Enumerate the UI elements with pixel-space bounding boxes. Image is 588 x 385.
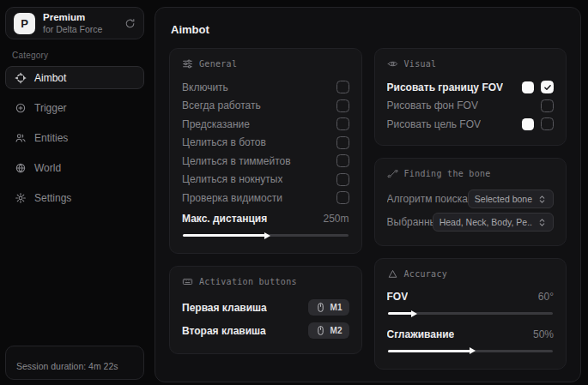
sidebar-item-label: Aimbot	[34, 72, 66, 84]
checkbox[interactable]	[336, 191, 349, 204]
keybind-value: M2	[330, 326, 342, 335]
mouse-icon	[315, 302, 326, 313]
color-swatch[interactable]	[522, 118, 534, 130]
sliders-icon	[182, 58, 193, 69]
sidebar-item-label: World	[34, 162, 61, 174]
sidebar-item-aimbot[interactable]: Aimbot	[5, 66, 144, 89]
general-panel: General Включить Всегда работать Предска…	[169, 48, 362, 254]
users-icon	[15, 132, 27, 144]
keybind-label: Первая клавиша	[182, 302, 267, 314]
keybind-value: M1	[330, 303, 342, 312]
smoothing-slider[interactable]	[388, 350, 554, 352]
mouse-icon	[315, 325, 326, 336]
checkbox[interactable]	[336, 154, 349, 167]
dropdown-row: Выбранные кос Head, Neck, Body, Pe..	[387, 211, 555, 234]
checkbox[interactable]	[541, 117, 554, 130]
sidebar-item-settings[interactable]: Settings	[5, 186, 144, 209]
switch-delay-panel: Switch Delay Задержка переключения Задер…	[374, 382, 567, 383]
trigger-icon	[15, 102, 27, 114]
selected-bones-dropdown[interactable]: Head, Neck, Body, Pe..	[433, 213, 554, 232]
slider-row: FOV 60°	[387, 288, 555, 307]
bone-algorithm-dropdown[interactable]: Selected bone	[468, 189, 554, 208]
slider-row: Сглаживание 50%	[387, 325, 555, 344]
session-card: Session duration: 4m 22s	[5, 346, 144, 380]
checkbox[interactable]	[541, 99, 554, 112]
keybind-row: Первая клавиша M1	[182, 296, 349, 319]
slider-fill[interactable]	[388, 350, 470, 352]
slider-value: 60°	[538, 291, 554, 303]
chevron-updown-icon	[537, 195, 547, 204]
slider-row: Макс. дистанция 250m	[182, 210, 349, 229]
option-label: Предсказание	[182, 118, 250, 130]
sidebar: P Premium for Delta Force Category Aimbo…	[0, 0, 149, 385]
left-column: General Включить Всегда работать Предска…	[169, 48, 362, 382]
max-distance-slider[interactable]	[183, 234, 349, 237]
checkbox-row: Предсказание	[182, 115, 349, 134]
option-label: Всегда работать	[182, 99, 261, 111]
controls	[522, 81, 554, 93]
crosshair-icon	[15, 72, 27, 84]
keyboard-icon	[182, 276, 193, 287]
slider-value: 250m	[323, 213, 349, 225]
accuracy-panel: Accuracy FOV 60° Сглаживание 50%	[374, 258, 567, 370]
sidebar-item-label: Settings	[34, 192, 71, 204]
checkbox[interactable]	[336, 117, 349, 130]
brand-title: Premium	[43, 12, 117, 23]
general-panel-header: General	[182, 58, 349, 69]
checkbox[interactable]	[336, 81, 349, 93]
slider-label: FOV	[387, 291, 409, 303]
panel-columns: General Включить Всегда работать Предска…	[169, 48, 567, 382]
activation-panel-title: Activation buttons	[199, 277, 297, 286]
triangle-icon	[387, 268, 398, 280]
session-duration: Session duration: 4m 22s	[16, 361, 118, 371]
accuracy-panel-header: Accuracy	[387, 268, 555, 280]
premium-logo: P	[14, 13, 35, 34]
checkbox-row: Всегда работать	[182, 97, 349, 116]
option-label: Проверка видимости	[182, 192, 282, 204]
keybind-label: Вторая клавиша	[182, 325, 266, 337]
visual-row: Рисовать границу FOV	[387, 78, 555, 97]
checkbox-row: Целиться в тиммейтов	[182, 152, 349, 171]
slider-fill[interactable]	[183, 234, 265, 237]
checkbox[interactable]	[541, 81, 554, 93]
activation-buttons-panel: Activation buttons Первая клавиша M1	[169, 266, 362, 354]
keybind-button-2[interactable]: M2	[308, 322, 349, 339]
brand-card: P Premium for Delta Force	[5, 7, 144, 39]
visual-row: Рисовать цель FOV	[387, 115, 555, 134]
checkbox[interactable]	[336, 173, 349, 186]
sync-icon[interactable]	[124, 18, 136, 29]
checkbox[interactable]	[336, 136, 349, 149]
chevron-updown-icon	[537, 218, 547, 227]
slider-fill[interactable]	[388, 312, 413, 315]
sidebar-item-trigger[interactable]: Trigger	[5, 96, 144, 119]
sidebar-item-label: Entities	[34, 132, 68, 144]
option-label: Целиться в тиммейтов	[182, 155, 291, 167]
visual-panel-title: Visual	[404, 59, 437, 69]
activation-panel-header: Activation buttons	[182, 276, 349, 287]
checkbox[interactable]	[336, 99, 349, 112]
right-column: Visual Рисовать границу FOV Рисовать фон…	[374, 48, 567, 382]
bone-icon	[387, 168, 398, 179]
accuracy-panel-title: Accuracy	[404, 269, 448, 279]
checkbox-row: Целиться в ботов	[182, 134, 349, 153]
color-swatch[interactable]	[522, 81, 534, 93]
sidebar-item-world[interactable]: World	[5, 156, 144, 179]
dropdown-row: Алгоритм поиска кост Selected bone	[387, 188, 555, 211]
finding-bone-panel: Finding the bone Алгоритм поиска кост Se…	[374, 158, 567, 246]
fov-slider[interactable]	[388, 312, 554, 315]
keybind-button-1[interactable]: M1	[308, 299, 349, 316]
option-label: Целиться в нокнутых	[182, 173, 282, 185]
slider-label: Макс. дистанция	[182, 213, 267, 225]
eye-icon	[387, 58, 398, 69]
sidebar-spacer	[5, 216, 144, 346]
visual-row: Рисовать фон FOV	[387, 97, 555, 116]
dropdown-label: Выбранные кос	[387, 216, 433, 228]
dropdown-label: Алгоритм поиска кост	[387, 193, 468, 205]
brand-text: Premium for Delta Force	[43, 12, 117, 33]
sidebar-item-entities[interactable]: Entities	[5, 126, 144, 149]
gear-icon	[15, 192, 27, 204]
slider-value: 50%	[533, 328, 554, 340]
dropdown-value: Selected bone	[475, 194, 532, 204]
keybind-row: Вторая клавиша M2	[182, 319, 349, 342]
visual-panel-header: Visual	[387, 58, 555, 69]
